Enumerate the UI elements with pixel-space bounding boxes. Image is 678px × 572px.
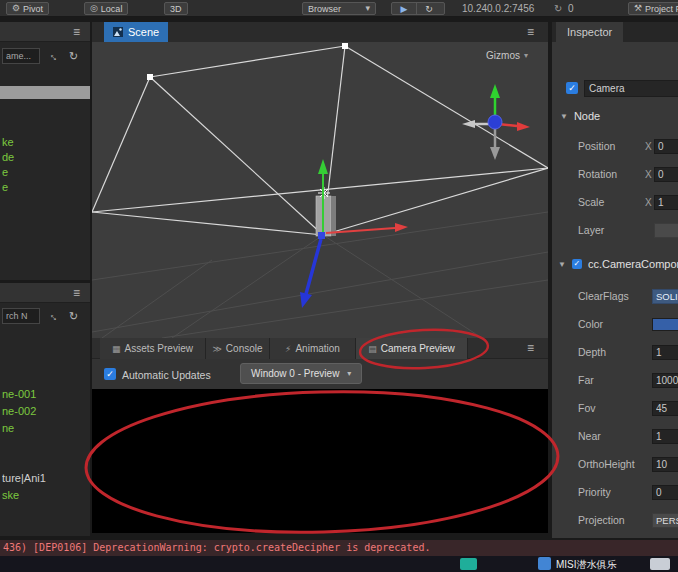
panel-menu-icon[interactable]: ≡	[73, 25, 80, 39]
view-gizmo-up-arrow[interactable]	[490, 84, 500, 98]
address-refresh-icon[interactable]: ↻	[554, 3, 562, 14]
property-row-layer: Layer	[552, 222, 678, 239]
node-active-checkbox[interactable]: ✓	[566, 82, 578, 94]
camera-node-box[interactable]	[316, 196, 336, 236]
depth-input[interactable]	[652, 345, 678, 360]
view-gizmo-down-arrow[interactable]	[490, 147, 500, 160]
grid-icon: ▦	[112, 344, 121, 354]
automatic-updates-checkbox[interactable]: ✓	[104, 368, 116, 380]
property-label: Layer	[578, 224, 604, 236]
assets-search-input[interactable]	[2, 308, 40, 324]
scene-panel: Scene ≡	[92, 22, 548, 338]
asset-item[interactable]: ne	[2, 420, 90, 437]
asset-item[interactable]: ne-002	[2, 403, 90, 420]
scale-x-input[interactable]	[654, 195, 678, 210]
window-select-dropdown[interactable]: Window 0 - Preview ▾	[240, 363, 362, 384]
tree-node[interactable]: ke	[2, 135, 90, 150]
taskbar-chat-label[interactable]: MISI潜水俱乐	[556, 558, 617, 572]
view-gizmo-left-arrow[interactable]	[462, 120, 475, 128]
near-input[interactable]	[652, 429, 678, 444]
taskbar-chat-app-icon[interactable]	[538, 557, 551, 570]
node-name-input[interactable]	[584, 80, 678, 97]
scene-viewport-canvas[interactable]	[92, 42, 548, 338]
pivot-button[interactable]: ⚙ Pivot	[6, 2, 49, 15]
tab-assets-preview-label: Assets Preview	[125, 343, 193, 354]
view-gizmo-right-arrow[interactable]	[517, 122, 530, 131]
taskbar-app-icon[interactable]	[460, 558, 477, 570]
property-label: Depth	[578, 346, 606, 358]
local-button-label: Local	[101, 4, 123, 14]
top-toolbar: ⚙ Pivot ◎ Local 3D Browser ▾ ▶ ↻ 10.240.…	[0, 0, 678, 17]
pivot-button-label: Pivot	[23, 4, 43, 14]
hierarchy-search-input[interactable]	[2, 48, 40, 64]
deprecation-warning-text: 436) [DEP0106] DeprecationWarning: crypt…	[3, 542, 430, 553]
node-section-header[interactable]: ▼ Node	[560, 110, 600, 122]
view-gizmo-center-sphere[interactable]	[488, 115, 502, 129]
property-row-fov: Fov	[552, 400, 678, 417]
3d-toggle-button[interactable]: 3D	[164, 2, 188, 15]
camera-preview-viewport[interactable]	[92, 389, 548, 533]
view-orientation-gizmo[interactable]	[462, 84, 530, 160]
gizmos-dropdown[interactable]: Gizmos ▾	[486, 50, 528, 61]
orthoheight-input[interactable]	[652, 457, 678, 472]
tab-scene[interactable]: Scene	[104, 22, 168, 42]
tab-console[interactable]: ≫ Console	[206, 338, 270, 359]
browser-dropdown[interactable]: Browser ▾	[302, 2, 376, 15]
project-settings-button[interactable]: ⚒ Project F	[628, 2, 678, 15]
gizmo-x-axis-arrow[interactable]	[395, 223, 408, 232]
clearflags-dropdown[interactable]: SOLID_COLOR	[652, 289, 678, 304]
os-taskbar: MISI潜水俱乐	[0, 556, 678, 572]
panel-menu-icon[interactable]: ≡	[527, 341, 534, 355]
inspector-tab-bar: Inspector	[552, 22, 678, 42]
expand-panel-icon[interactable]: ↔	[47, 308, 63, 324]
hierarchy-panel: ≡ ↔ ↻ ke de e e	[0, 22, 90, 280]
tree-node[interactable]: e	[2, 180, 90, 195]
component-enabled-checkbox[interactable]: ✓	[572, 259, 582, 269]
reload-icon[interactable]: ↻	[417, 3, 441, 14]
refresh-icon[interactable]: ↻	[69, 311, 78, 322]
preview-address: 10.240.0.2:7456	[462, 3, 534, 14]
project-settings-label: Project F	[645, 4, 678, 14]
gizmo-origin-handle[interactable]	[318, 232, 325, 239]
console-status-bar[interactable]: 436) [DEP0106] DeprecationWarning: crypt…	[0, 540, 678, 556]
color-swatch[interactable]	[652, 318, 678, 331]
tab-assets-preview[interactable]: ▦ Assets Preview	[100, 338, 206, 359]
property-row-near: Near	[552, 428, 678, 445]
property-label: Priority	[578, 486, 611, 498]
asset-item[interactable]: ne-001	[2, 386, 90, 403]
far-input[interactable]	[652, 373, 678, 388]
play-icon[interactable]: ▶	[392, 3, 416, 14]
property-label: ClearFlags	[578, 290, 629, 302]
local-button[interactable]: ◎ Local	[84, 2, 128, 15]
gizmo-y-axis-arrow[interactable]	[318, 159, 328, 174]
position-x-input[interactable]	[654, 139, 678, 154]
refresh-icon[interactable]: ↻	[69, 51, 78, 62]
projection-dropdown[interactable]: PERSPECTIVE	[652, 513, 678, 528]
tree-node[interactable]: de	[2, 150, 90, 165]
asset-item[interactable]: ture|Ani1	[2, 470, 90, 487]
check-icon: ✓	[574, 260, 581, 268]
tab-animation[interactable]: ⚡ Animation	[270, 338, 356, 359]
panel-menu-icon[interactable]: ≡	[527, 25, 534, 39]
tab-camera-preview[interactable]: ▤ Camera Preview	[356, 338, 468, 359]
scene-viewport[interactable]: Gizmos ▾	[92, 42, 548, 338]
taskbar-tray-icon[interactable]	[650, 558, 670, 570]
layer-dropdown[interactable]	[654, 223, 678, 238]
check-icon: ✓	[568, 84, 576, 93]
fov-input[interactable]	[652, 401, 678, 416]
rotation-x-input[interactable]	[654, 167, 678, 182]
tree-node[interactable]: e	[2, 165, 90, 180]
asset-item[interactable]: ske	[2, 487, 90, 504]
preview-tab-bar: ▦ Assets Preview ≫ Console ⚡ Animation ▤…	[92, 338, 548, 359]
priority-input[interactable]	[652, 485, 678, 500]
3d-toggle-label: 3D	[170, 4, 182, 14]
tab-inspector[interactable]: Inspector	[556, 22, 623, 42]
gizmo-z-axis-arrow[interactable]	[300, 292, 312, 308]
component-header[interactable]: ▼ ✓ cc.CameraComponent	[558, 258, 678, 270]
property-row-clearflags: ClearFlags SOLID_COLOR	[552, 288, 678, 305]
expand-panel-icon[interactable]: ↔	[47, 48, 63, 64]
hierarchy-selected-row[interactable]	[0, 86, 90, 99]
play-split-button[interactable]: ▶ ↻	[391, 2, 445, 15]
property-row-scale: Scale X	[552, 194, 678, 211]
panel-menu-icon[interactable]: ≡	[73, 286, 80, 300]
